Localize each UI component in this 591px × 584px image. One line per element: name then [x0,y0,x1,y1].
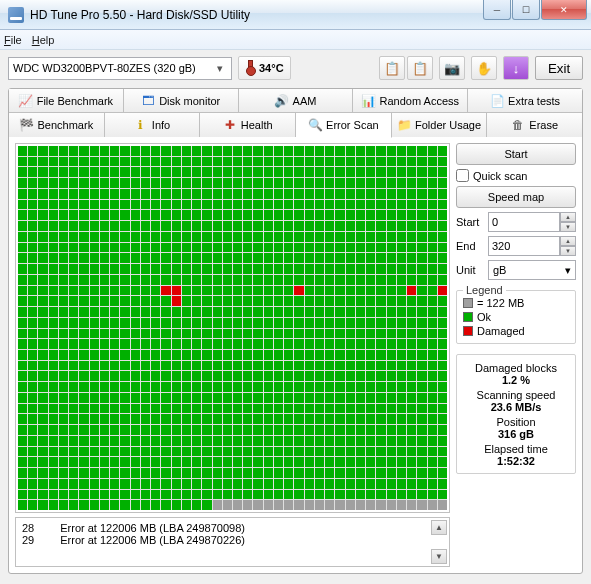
scan-cell [120,200,129,210]
scan-cell [325,157,334,167]
tab-disk-monitor[interactable]: 🗔Disk monitor [124,89,239,112]
scan-cell [192,479,201,489]
tab-erase[interactable]: 🗑Erase [487,113,582,137]
menu-file[interactable]: File [4,34,22,46]
scan-cell [28,210,37,220]
spin-up-icon[interactable]: ▲ [560,212,576,222]
close-button[interactable]: ✕ [541,0,587,20]
scan-cell [213,232,222,242]
save-button[interactable]: ↓ [503,56,529,80]
scan-cell [49,447,58,457]
scan-cell [387,189,396,199]
scan-cell [79,286,88,296]
scan-cell [253,167,262,177]
scan-cell [213,275,222,285]
scan-cell [407,382,416,392]
scan-cell [192,264,201,274]
tab-extra-tests[interactable]: 📄Extra tests [468,89,582,112]
scan-cell [243,286,252,296]
exit-button[interactable]: Exit [535,56,583,80]
scan-cell [213,264,222,274]
scan-cell [264,296,273,306]
scan-cell [131,425,140,435]
scan-cell [264,210,273,220]
scan-cell [213,457,222,467]
scan-cell [192,468,201,478]
start-input[interactable] [488,212,560,232]
tab-folder-usage[interactable]: 📁Folder Usage [392,113,488,137]
scroll-up-icon[interactable]: ▲ [431,520,447,535]
start-spinbox[interactable]: ▲▼ [488,212,576,232]
error-list-scrollbar[interactable]: ▲▼ [431,520,447,564]
scan-cell [417,210,426,220]
unit-select[interactable]: gB ▾ [488,260,576,280]
copy-info-button[interactable]: 📋 [379,56,405,80]
scan-cell [38,393,47,403]
tab-error-scan[interactable]: 🔍Error Scan [296,113,392,138]
options-button[interactable]: ✋ [471,56,497,80]
scan-cell [59,275,68,285]
tab-info[interactable]: ℹInfo [105,113,201,137]
drive-select[interactable]: WDC WD3200BPVT-80ZES (320 gB) ▾ [8,57,232,80]
scan-cell [407,157,416,167]
scan-cell [223,189,232,199]
scan-cell [69,329,78,339]
scan-cell [18,221,27,231]
scan-cell [428,361,437,371]
scan-cell [110,500,119,510]
scan-cell [397,500,406,510]
end-spinbox[interactable]: ▲▼ [488,236,576,256]
end-input[interactable] [488,236,560,256]
spin-down-icon[interactable]: ▼ [560,246,576,256]
scan-cell [264,404,273,414]
scan-cell [233,457,242,467]
scan-cell [438,210,447,220]
screenshot-button[interactable]: 📷 [439,56,465,80]
maximize-button[interactable]: ☐ [512,0,540,20]
copy-screenshot-button[interactable]: 📋 [407,56,433,80]
scan-cell [172,146,181,156]
scroll-down-icon[interactable]: ▼ [431,549,447,564]
scan-cell [356,189,365,199]
scan-cell [131,447,140,457]
scan-cell [335,318,344,328]
minimize-button[interactable]: ─ [483,0,511,20]
scan-cell [59,286,68,296]
scan-cell [38,404,47,414]
scan-cell [438,253,447,263]
scan-cell [294,307,303,317]
start-button[interactable]: Start [456,143,576,165]
spin-up-icon[interactable]: ▲ [560,236,576,246]
scan-cell [90,243,99,253]
spin-down-icon[interactable]: ▼ [560,222,576,232]
tab-file-benchmark[interactable]: 📈File Benchmark [9,89,124,112]
scan-cell [438,361,447,371]
scan-cell [172,425,181,435]
scan-cell [49,167,58,177]
scan-cell [407,167,416,177]
scan-cell [407,371,416,381]
scan-cell [438,157,447,167]
scan-cell [213,286,222,296]
scan-cell [274,457,283,467]
tab-benchmark[interactable]: 🏁Benchmark [9,113,105,137]
tab-random-access[interactable]: 📊Random Access [353,89,468,112]
scan-cell [428,157,437,167]
start-label: Start [456,216,484,228]
scan-cell [120,189,129,199]
stats-group: Damaged blocks 1.2 % Scanning speed 23.6… [456,354,576,474]
speed-map-button[interactable]: Speed map [456,186,576,208]
scan-cell [59,221,68,231]
tab-aam[interactable]: 🔊AAM [239,89,354,112]
tab-health[interactable]: ✚Health [200,113,296,137]
scan-cell [253,286,262,296]
scan-cell [151,371,160,381]
scan-cell [79,318,88,328]
quick-scan-checkbox[interactable] [456,169,469,182]
scan-cell [69,339,78,349]
scan-cell [294,210,303,220]
scan-cell [202,425,211,435]
scan-cell [38,286,47,296]
scan-cell [305,404,314,414]
menu-help[interactable]: Help [32,34,55,46]
